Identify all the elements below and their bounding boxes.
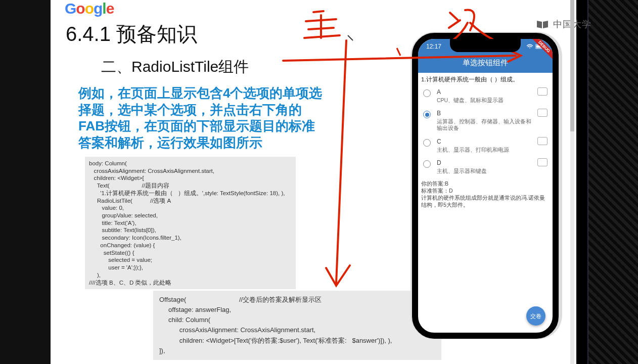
your-answer: 你的答案:B [421,180,550,187]
google-logo: Google [65,0,114,17]
fab-submit[interactable]: 交卷 [526,306,545,326]
radio-icon [423,160,431,168]
filter-icon [538,138,548,145]
filter-icon [538,159,548,166]
option-b[interactable]: B运算器、控制器、存储器、输入设备和输出设备 [418,107,553,135]
radio-icon [423,89,431,97]
option-c[interactable]: C主机、显示器、打印机和电源 [418,135,553,156]
code-snippet-1: body: Column( crossAxisAlignment: CrossA… [85,157,296,289]
scrollbar-track[interactable] [570,0,574,364]
option-a[interactable]: ACPU、键盘、鼠标和显示器 [418,85,553,107]
scrollbar-thumb[interactable] [570,0,574,131]
code-snippet-2: Offstage( //交卷后的答案及解析显示区 offstage: answe… [153,291,441,360]
option-d[interactable]: D主机、显示器和键盘 [418,156,553,177]
standard-answer: 标准答案：D [421,187,550,194]
answer-block: 你的答案:B 标准答案：D 计算机的硬件系统组成部分就是通常说的冯.诺依曼结构，… [418,178,553,211]
filter-icon [538,110,548,117]
phone-mockup: DEBUG 12:17 单选按钮组件 1.计算机硬件系统一般由（ ）组成。 AC… [412,33,559,339]
radio-icon [423,139,431,147]
debug-ribbon: DEBUG [522,39,553,69]
book-icon [536,19,550,29]
section-number-title: 6.4.1 预备知识 [66,20,197,48]
subsection-title: 二、RadioListTile组件 [101,57,249,77]
status-time: 12:17 [426,43,441,50]
site-watermark: 中国大学 [536,18,591,30]
video-letterbox-right [587,0,638,364]
video-letterbox-left [0,0,51,364]
radio-icon [423,111,431,118]
example-description: 例如，在页面上显示包含4个选项的单项选择题，选中某个选项，并点击右下角的FAB按… [78,85,326,151]
question-text: 1.计算机硬件系统一般由（ ）组成。 [418,73,553,85]
analysis-text: 计算机的硬件系统组成部分就是通常说的冯.诺依曼结构，即5大部件。 [421,194,550,208]
phone-notch [450,39,521,52]
slide-content: 中国大学 Google 6.4.1 预备知识 二、RadioListTile组件… [51,0,576,364]
filter-icon [538,88,548,96]
